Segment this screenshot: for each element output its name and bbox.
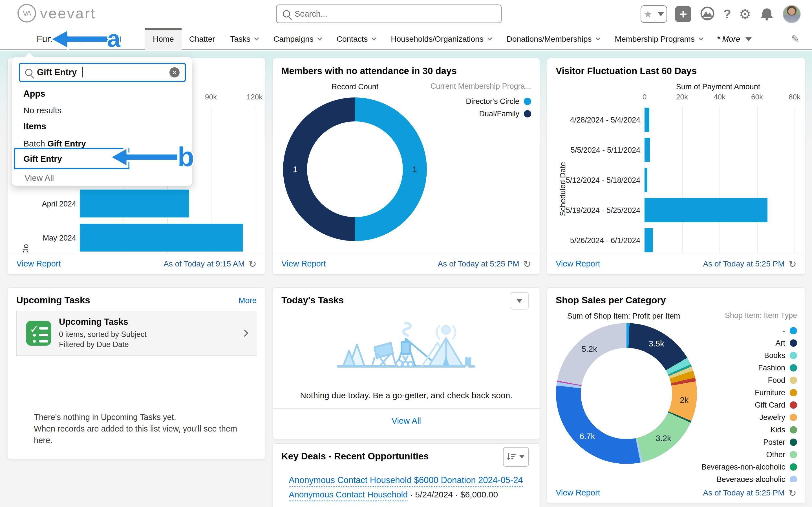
bar-week-5[interactable] <box>645 228 653 252</box>
members-card-footer: View Report As of Today at 5:25 PM ↻ <box>273 253 540 274</box>
x-axis-tick: 60k <box>740 93 774 101</box>
nav-tab-contacts[interactable]: Contacts <box>329 28 384 50</box>
divider <box>273 408 540 409</box>
chevron-down-icon <box>698 36 703 40</box>
legend-color-dot <box>790 401 797 409</box>
legend-item[interactable]: Director's Circle <box>466 95 531 108</box>
text-caret <box>82 67 83 77</box>
legend-item[interactable]: Beverages-alcoholic <box>717 473 797 483</box>
refresh-icon[interactable]: ↻ <box>249 258 257 270</box>
nav-tab-membership-programs[interactable]: Membership Programs <box>607 28 710 50</box>
chevron-down-icon <box>596 36 600 40</box>
search-icon <box>25 69 33 76</box>
nav-tab-tasks[interactable]: Tasks <box>223 28 266 50</box>
user-avatar[interactable] <box>783 5 801 23</box>
guidance-center-icon[interactable] <box>699 6 716 22</box>
refresh-icon[interactable]: ↻ <box>789 258 797 270</box>
as-of-timestamp: As of Today at 9:15 AM <box>163 260 245 269</box>
members-donut-chart[interactable] <box>283 98 427 241</box>
card-actions-dropdown-button[interactable] <box>510 292 529 309</box>
view-report-link[interactable]: View Report <box>556 259 600 269</box>
legend-item[interactable]: - <box>783 325 797 337</box>
legend-color-dot <box>790 463 797 471</box>
x-axis-tick: 40k <box>703 93 737 101</box>
view-report-link[interactable]: View Report <box>16 259 61 269</box>
view-all-link[interactable]: View All <box>24 173 54 183</box>
bar-april-2024[interactable] <box>80 189 189 217</box>
legend-item[interactable]: Art <box>775 337 797 349</box>
todays-tasks-card: Today's Tasks <box>273 287 540 439</box>
global-actions-button[interactable]: + <box>675 6 691 22</box>
nav-tab-campaigns[interactable]: Campaigns <box>266 28 329 50</box>
x-axis-tick: 0 <box>627 93 661 101</box>
x-axis-tick: 120k <box>238 93 265 101</box>
refresh-icon[interactable]: ↻ <box>789 487 797 499</box>
nav-tab-more[interactable]: * More <box>710 28 759 50</box>
setup-gear-icon[interactable]: ⚙ <box>739 6 751 22</box>
refresh-icon[interactable]: ↻ <box>523 258 531 270</box>
help-icon[interactable]: ? <box>723 7 731 21</box>
nav-tab-home[interactable]: Home <box>145 28 182 50</box>
as-of-timestamp: As of Today at 5:25 PM <box>703 489 784 497</box>
category-label: May 2024 <box>13 234 76 242</box>
clear-search-icon[interactable]: ✕ <box>169 67 180 77</box>
visitor-bar-plot[interactable]: 020k40k60k80k4/28/2024 - 5/4/20245/5/202… <box>547 58 805 274</box>
upcoming-tasks-card: Upcoming Tasks More ✓ Upcoming Tasks 0 i… <box>8 287 265 460</box>
view-report-link[interactable]: View Report <box>556 488 600 497</box>
nav-tab-households-organizations[interactable]: Households/Organizations <box>383 28 499 50</box>
legend-item[interactable]: Furniture <box>755 386 797 399</box>
veevart-logo-mark-icon: VA <box>17 4 36 22</box>
legend-item[interactable]: Fashion <box>758 362 797 374</box>
nav-tab-donations-memberships[interactable]: Donations/Memberships <box>499 28 607 50</box>
shop-donut-chart[interactable] <box>556 323 697 464</box>
screen: VA veevart Search... ★ + ? ⚙ <box>0 0 812 507</box>
legend-color-dot <box>790 476 797 483</box>
bar-week-2[interactable] <box>645 138 650 162</box>
result-batch-gift-entry[interactable]: Batch Gift Entry <box>23 139 86 149</box>
legend-item[interactable]: Books <box>764 349 797 362</box>
legend-color-dot <box>790 426 797 434</box>
chevron-down-icon <box>371 36 376 40</box>
x-axis-tick: 20k <box>665 93 699 101</box>
view-report-link[interactable]: View Report <box>282 259 326 269</box>
nav-tab-chatter[interactable]: Chatter <box>182 28 223 50</box>
more-link[interactable]: More <box>239 296 257 305</box>
bar-week-1[interactable] <box>645 108 649 132</box>
items-section-header: Items <box>23 121 46 131</box>
opportunity-details: · 5/24/2024 · $6,000.00 <box>410 490 498 499</box>
legend-item[interactable]: Food <box>768 374 797 386</box>
edit-nav-pencil-icon[interactable]: ✎ <box>791 28 800 50</box>
empty-state-text: Nothing due today. Be a go-getter, and c… <box>273 391 540 400</box>
legend-item[interactable]: Jewelry <box>759 411 797 424</box>
legend-color-dot <box>524 98 531 105</box>
favorites-dropdown-button[interactable] <box>655 6 666 22</box>
chevron-down-icon <box>487 36 492 40</box>
annotation-arrow-b <box>108 145 181 170</box>
view-all-link[interactable]: View All <box>273 416 540 426</box>
legend-item[interactable]: Other <box>766 448 797 461</box>
app-search-input[interactable]: Gift Entry ✕ <box>19 63 186 82</box>
veevart-logo: VA veevart <box>17 4 96 22</box>
bar-week-3[interactable] <box>645 168 647 192</box>
legend-item[interactable]: Gift Card <box>755 399 797 411</box>
plus-icon: + <box>679 8 687 20</box>
upcoming-tasks-list-item[interactable]: ✓ Upcoming Tasks 0 items, sorted by Subj… <box>16 311 257 356</box>
legend-color-dot <box>790 327 797 334</box>
legend-item[interactable]: Beverages-non-alcoholic <box>702 461 797 473</box>
bar-may-2024[interactable] <box>80 224 243 251</box>
account-link[interactable]: Anonymous Contact Household <box>289 490 408 501</box>
opportunity-link[interactable]: Anonymous Contact Household $6000 Donati… <box>289 475 523 487</box>
global-search-input[interactable]: Search... <box>276 4 502 23</box>
no-results-text: No results <box>23 106 61 115</box>
favorites-button[interactable]: ★ <box>641 5 667 23</box>
bar-week-4[interactable] <box>645 198 767 222</box>
task-list-icon: ✓ <box>26 321 51 346</box>
legend-item[interactable]: Dual/Family <box>479 108 531 120</box>
donut-subtitle: Sum of Shop Item: Profit per Item <box>563 312 684 321</box>
legend-item[interactable]: Poster <box>763 436 797 448</box>
legend-item[interactable]: Kids <box>770 424 797 436</box>
notifications-bell-icon[interactable] <box>759 6 775 22</box>
sort-dropdown-button[interactable] <box>503 447 529 467</box>
star-icon[interactable]: ★ <box>641 6 655 22</box>
result-gift-entry[interactable]: Gift Entry <box>23 154 62 164</box>
